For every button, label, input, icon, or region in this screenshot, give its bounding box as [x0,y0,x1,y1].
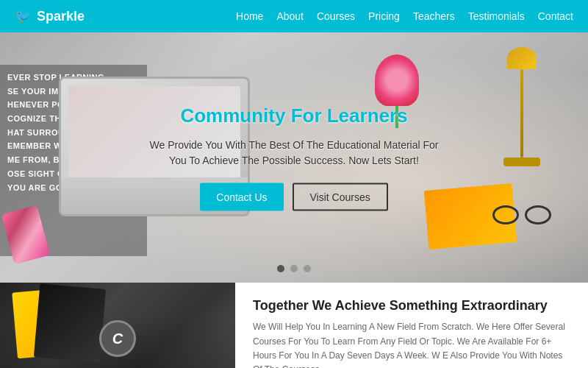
nav-pricing[interactable]: Pricing [368,10,400,22]
bottom-text: Together We Achieve Something Extraordin… [235,283,588,368]
nav-home[interactable]: Home [236,10,263,22]
slider-dots [277,265,311,272]
lamp-base [503,158,540,166]
bottom-heading: Together We Achieve Something Extraordin… [253,297,570,314]
visit-courses-button[interactable]: Visit Courses [293,183,388,211]
hero-title: Community For Learners [140,105,448,127]
dot-3[interactable] [304,265,311,272]
circle-logo: C [99,320,136,357]
nav-courses[interactable]: Courses [317,10,355,22]
brand-name: Sparkle [37,9,85,24]
bird-icon: 🐦 [15,8,31,24]
nav-links: Home About Courses Pricing Teachers Test… [236,10,573,23]
desk-items [448,180,559,238]
nav-contact[interactable]: Contact [538,10,573,22]
nav-testimonials[interactable]: Testimonials [468,10,525,22]
brand: 🐦 Sparkle [15,8,85,24]
nav-about[interactable]: About [276,10,304,22]
glasses-decoration [492,205,551,224]
lamp-head [507,47,537,69]
lamp-neck [520,69,523,158]
bottom-section: C Together We Achieve Something Extraord… [0,283,588,368]
dark-notebook [34,283,106,362]
dot-2[interactable] [290,265,298,272]
flower [375,54,419,106]
hero-content: Community For Learners We Provide You Wi… [140,105,448,211]
hero-buttons: Contact Us Visit Courses [140,183,448,211]
dot-1[interactable] [277,265,284,272]
bottom-image: C [0,283,235,368]
contact-us-button[interactable]: Contact Us [200,183,283,211]
navbar: 🐦 Sparkle Home About Courses Pricing Tea… [0,0,588,32]
lamp-decoration [500,47,544,194]
nav-teachers[interactable]: Teachers [413,10,455,22]
hero-subtitle: We Provide You With The Best Of The Educ… [140,138,448,169]
hero-section: EVER STOP LEARNING. SE YOUR IMAGINATION … [0,32,588,283]
bottom-description: We Will Help You In Learning A New Field… [253,320,570,368]
